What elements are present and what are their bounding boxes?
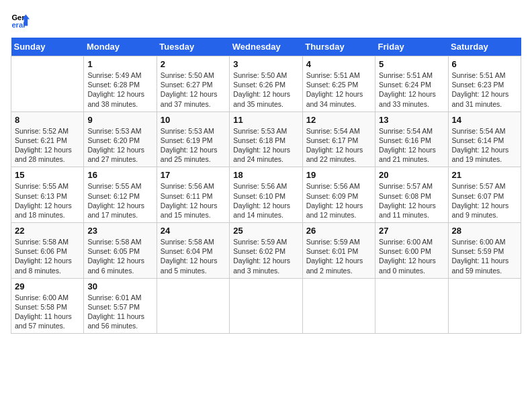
col-header-sunday: Sunday [11, 38, 84, 56]
col-header-friday: Friday [375, 38, 448, 56]
day-number: 11 [233, 115, 298, 125]
day-number: 4 [306, 59, 371, 69]
calendar-cell: 2Sunrise: 5:50 AMSunset: 6:27 PMDaylight… [157, 56, 229, 112]
calendar-cell: 12Sunrise: 5:54 AMSunset: 6:17 PMDayligh… [302, 111, 375, 167]
calendar-cell: 30Sunrise: 6:01 AMSunset: 5:57 PMDayligh… [84, 278, 157, 334]
calendar-cell: 16Sunrise: 5:55 AMSunset: 6:12 PMDayligh… [84, 167, 157, 223]
calendar-cell [157, 278, 229, 334]
day-number: 5 [379, 59, 444, 69]
col-header-wednesday: Wednesday [230, 38, 302, 56]
calendar-table: SundayMondayTuesdayWednesdayThursdayFrid… [11, 38, 521, 334]
day-number: 22 [15, 226, 80, 236]
col-header-thursday: Thursday [302, 38, 375, 56]
day-number: 25 [233, 226, 298, 236]
day-detail: Sunrise: 5:58 AMSunset: 6:05 PMDaylight:… [87, 237, 152, 275]
calendar-cell: 17Sunrise: 5:56 AMSunset: 6:11 PMDayligh… [157, 167, 229, 223]
day-number: 2 [161, 59, 226, 69]
calendar-cell: 27Sunrise: 6:00 AMSunset: 6:00 PMDayligh… [375, 223, 448, 279]
day-detail: Sunrise: 5:49 AMSunset: 6:28 PMDaylight:… [87, 71, 152, 109]
calendar-cell [11, 56, 84, 112]
col-header-saturday: Saturday [448, 38, 521, 56]
day-number: 10 [161, 115, 226, 125]
day-detail: Sunrise: 5:56 AMSunset: 6:10 PMDaylight:… [233, 181, 298, 220]
calendar-cell: 21Sunrise: 5:57 AMSunset: 6:07 PMDayligh… [448, 167, 521, 223]
day-number: 18 [233, 170, 298, 180]
calendar-cell: 15Sunrise: 5:55 AMSunset: 6:13 PMDayligh… [11, 167, 84, 223]
day-detail: Sunrise: 5:56 AMSunset: 6:09 PMDaylight:… [306, 181, 371, 220]
calendar-cell [230, 278, 302, 334]
calendar-cell [448, 278, 521, 334]
calendar-cell: 11Sunrise: 5:53 AMSunset: 6:18 PMDayligh… [230, 111, 302, 167]
day-detail: Sunrise: 5:53 AMSunset: 6:18 PMDaylight:… [233, 126, 298, 165]
calendar-cell: 22Sunrise: 5:58 AMSunset: 6:06 PMDayligh… [11, 223, 84, 279]
day-detail: Sunrise: 6:00 AMSunset: 5:59 PMDaylight:… [452, 237, 517, 275]
calendar-cell: 26Sunrise: 5:59 AMSunset: 6:01 PMDayligh… [302, 223, 375, 279]
calendar-cell: 18Sunrise: 5:56 AMSunset: 6:10 PMDayligh… [230, 167, 302, 223]
day-detail: Sunrise: 5:57 AMSunset: 6:07 PMDaylight:… [452, 181, 517, 220]
calendar-cell: 23Sunrise: 5:58 AMSunset: 6:05 PMDayligh… [84, 223, 157, 279]
day-detail: Sunrise: 5:50 AMSunset: 6:27 PMDaylight:… [161, 71, 226, 109]
calendar-cell: 28Sunrise: 6:00 AMSunset: 5:59 PMDayligh… [448, 223, 521, 279]
day-detail: Sunrise: 5:59 AMSunset: 6:02 PMDaylight:… [233, 237, 298, 275]
day-number: 13 [379, 115, 444, 125]
day-number: 26 [306, 226, 371, 236]
day-number: 3 [233, 59, 298, 69]
day-number: 1 [87, 59, 152, 69]
week-row-4: 22Sunrise: 5:58 AMSunset: 6:06 PMDayligh… [11, 223, 521, 279]
calendar-cell: 14Sunrise: 5:54 AMSunset: 6:14 PMDayligh… [448, 111, 521, 167]
day-number: 19 [306, 170, 371, 180]
week-row-3: 15Sunrise: 5:55 AMSunset: 6:13 PMDayligh… [11, 167, 521, 223]
day-number: 29 [15, 281, 80, 291]
day-detail: Sunrise: 5:53 AMSunset: 6:20 PMDaylight:… [87, 126, 152, 165]
day-detail: Sunrise: 6:00 AMSunset: 5:58 PMDaylight:… [15, 293, 80, 331]
calendar-cell: 24Sunrise: 5:58 AMSunset: 6:04 PMDayligh… [157, 223, 229, 279]
calendar-cell: 9Sunrise: 5:53 AMSunset: 6:20 PMDaylight… [84, 111, 157, 167]
day-number: 17 [161, 170, 226, 180]
week-row-1: 1Sunrise: 5:49 AMSunset: 6:28 PMDaylight… [11, 56, 521, 112]
day-detail: Sunrise: 5:55 AMSunset: 6:13 PMDaylight:… [15, 181, 80, 220]
header-row: SundayMondayTuesdayWednesdayThursdayFrid… [11, 38, 521, 56]
day-number: 20 [379, 170, 444, 180]
day-detail: Sunrise: 6:01 AMSunset: 5:57 PMDaylight:… [87, 293, 152, 331]
day-detail: Sunrise: 5:52 AMSunset: 6:21 PMDaylight:… [15, 126, 80, 165]
svg-text:eral: eral [11, 21, 25, 29]
calendar-cell: 5Sunrise: 5:51 AMSunset: 6:24 PMDaylight… [375, 56, 448, 112]
day-detail: Sunrise: 5:54 AMSunset: 6:17 PMDaylight:… [306, 126, 371, 165]
day-number: 9 [87, 115, 152, 125]
calendar-cell: 13Sunrise: 5:54 AMSunset: 6:16 PMDayligh… [375, 111, 448, 167]
calendar-cell: 10Sunrise: 5:53 AMSunset: 6:19 PMDayligh… [157, 111, 229, 167]
calendar-cell: 25Sunrise: 5:59 AMSunset: 6:02 PMDayligh… [230, 223, 302, 279]
day-number: 6 [452, 59, 517, 69]
day-number: 14 [452, 115, 517, 125]
calendar-cell [302, 278, 375, 334]
day-number: 24 [161, 226, 226, 236]
calendar-cell: 19Sunrise: 5:56 AMSunset: 6:09 PMDayligh… [302, 167, 375, 223]
calendar-cell [375, 278, 448, 334]
week-row-5: 29Sunrise: 6:00 AMSunset: 5:58 PMDayligh… [11, 278, 521, 334]
day-number: 8 [15, 115, 80, 125]
day-detail: Sunrise: 6:00 AMSunset: 6:00 PMDaylight:… [379, 237, 444, 275]
day-number: 21 [452, 170, 517, 180]
day-number: 23 [87, 226, 152, 236]
col-header-tuesday: Tuesday [157, 38, 229, 56]
calendar-cell: 6Sunrise: 5:51 AMSunset: 6:23 PMDaylight… [448, 56, 521, 112]
calendar-cell: 29Sunrise: 6:00 AMSunset: 5:58 PMDayligh… [11, 278, 84, 334]
calendar-cell: 8Sunrise: 5:52 AMSunset: 6:21 PMDaylight… [11, 111, 84, 167]
day-detail: Sunrise: 5:51 AMSunset: 6:24 PMDaylight:… [379, 71, 444, 109]
day-detail: Sunrise: 5:56 AMSunset: 6:11 PMDaylight:… [161, 181, 226, 220]
day-number: 12 [306, 115, 371, 125]
page-header: Gen eral [11, 11, 521, 30]
day-detail: Sunrise: 5:58 AMSunset: 6:06 PMDaylight:… [15, 237, 80, 275]
day-detail: Sunrise: 5:59 AMSunset: 6:01 PMDaylight:… [306, 237, 371, 275]
logo: Gen eral [11, 11, 32, 30]
day-detail: Sunrise: 5:50 AMSunset: 6:26 PMDaylight:… [233, 71, 298, 109]
logo-icon: Gen eral [11, 11, 30, 30]
week-row-2: 8Sunrise: 5:52 AMSunset: 6:21 PMDaylight… [11, 111, 521, 167]
calendar-cell: 1Sunrise: 5:49 AMSunset: 6:28 PMDaylight… [84, 56, 157, 112]
day-number: 27 [379, 226, 444, 236]
calendar-cell: 3Sunrise: 5:50 AMSunset: 6:26 PMDaylight… [230, 56, 302, 112]
day-number: 15 [15, 170, 80, 180]
day-detail: Sunrise: 5:51 AMSunset: 6:23 PMDaylight:… [452, 71, 517, 109]
day-number: 16 [87, 170, 152, 180]
day-detail: Sunrise: 5:55 AMSunset: 6:12 PMDaylight:… [87, 181, 152, 220]
